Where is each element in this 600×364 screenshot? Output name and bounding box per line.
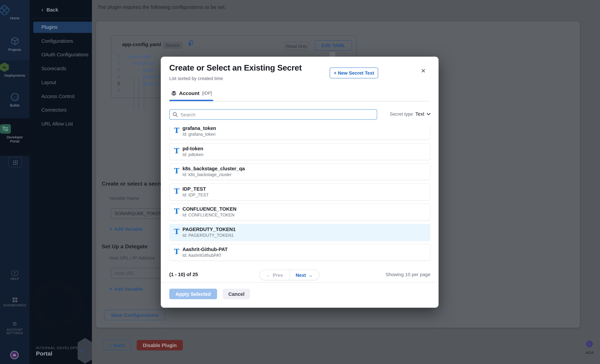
collapse-icon: ◀ [80,349,82,353]
line-number: 6 [111,87,120,94]
rail-label: Projects [0,47,29,52]
sidebar-item-projects[interactable]: Projects [0,37,29,52]
sidebar-item-url-allow-list[interactable]: URL Allow List [29,118,92,130]
sidebar-item-builds[interactable]: Builds [0,93,29,107]
help-icon: ? [11,271,18,276]
sidebar-item-dashboards[interactable]: DASHBOARDS [0,297,29,307]
layers-icon [171,91,176,96]
chevron-down-icon [427,113,431,115]
aida-flower-icon [585,340,594,348]
secret-text-icon: T [174,207,179,215]
avatar[interactable]: IA [10,351,19,359]
sidebar-item-help[interactable]: ? HELP [0,271,29,280]
secret-text-icon: T [174,228,179,236]
edit-yaml-button[interactable]: Edit YAML [315,40,352,51]
add-variable-link[interactable]: +Add Variable [109,226,143,232]
sidebar-item-deployments[interactable]: ∞ Deployments [0,62,29,77]
secret-type-dropdown[interactable]: Secret type Text [390,111,431,117]
footer-divider [161,282,439,283]
tab-label: Account [179,90,199,96]
list-item[interactable]: T CONFLUENCE_TOKEN Id: CONFLUENCE_TOKEN [169,204,431,221]
builds-icon [11,93,19,101]
sidebar-item-account-settings[interactable]: ⚙ ACCOUNT SETTINGS [0,321,29,335]
rail-label: HELP [0,277,29,280]
app-window: Home Projects ∞ Deployments Builds [0,0,600,364]
secret-name: k8s_backstage_cluster_qa [182,166,245,171]
secret-id: Id: pdtoken [182,152,204,157]
sidebar-item-home[interactable]: Home [0,6,29,20]
list-item[interactable]: T k8s_backstage_cluster_qa Id: k8s_backs… [169,163,431,180]
secret-text-icon: T [174,127,179,135]
developer-portal-icon [0,124,11,134]
sidebar-item-access-control[interactable]: Access Control [29,91,92,102]
rail-label: Portal [0,139,29,143]
sidebar-item-scorecards[interactable]: Scorecards [29,63,92,74]
next-page-button[interactable]: Next → [290,270,319,280]
sidebar-item-plugins[interactable]: Plugins [33,22,92,33]
secret-name: CONFLUENCE_TOKEN [182,206,237,212]
plus-icon: + [109,226,112,232]
home-icon [0,4,11,17]
code-line: - name: [127,67,156,74]
gear-icon: ⚙ [12,321,17,327]
rail-label: ACCOUNT [0,328,29,331]
line-number: 2 [111,60,120,67]
dialog-title: Create or Select an Existing Secret [169,63,302,73]
list-item-selected[interactable]: T PAGERDUTY_TOKEN1 Id: PAGERDUTY_TOKEN1 [169,224,431,241]
close-icon[interactable]: × [419,67,427,75]
list-item[interactable]: T IDP_TEST Id: IDP_TEST [169,184,431,200]
cancel-button[interactable]: Cancel [223,289,250,299]
search-icon [173,112,178,117]
deployments-icon: ∞ [0,62,9,72]
editor-scrollbar[interactable] [330,52,336,57]
plus-icon: + [109,286,112,292]
sidebar-item-configurations[interactable]: Configurations [29,36,92,47]
sidebar-item-developer-portal[interactable]: Developer Portal [0,124,29,143]
secret-type-label: Secret type [390,112,413,117]
indent-guide [134,77,134,110]
nav-collapse-button[interactable]: ◀ [78,338,92,364]
aida-assistant[interactable]: AIDA [582,340,597,355]
sidebar-item-layout[interactable]: Layout [29,77,92,88]
list-item[interactable]: T Aashrit-Github-PAT Id: AashritGithubPA… [169,244,431,261]
sidebar-item-connectors[interactable]: Connectors [29,104,92,116]
plugin-settings-nav: ‹Back Plugins Configurations OAuth Confi… [29,0,92,364]
list-item[interactable]: T pd-token Id: pdtoken [169,143,431,160]
secret-text-icon: T [174,167,179,175]
prev-page-button[interactable]: ← Prev [260,270,290,280]
search-box [169,109,377,120]
back-nav-button[interactable]: ‹Back [41,6,58,13]
nav-footer-title: Portal [36,350,52,357]
secret-name: PAGERDUTY_TOKEN1 [182,227,235,232]
back-button[interactable]: ‹Back [103,340,131,350]
secret-name: Aashrit-Github-PAT [182,247,228,252]
sidebar-item-oauth-configurations[interactable]: OAuth Configurations [29,49,92,60]
arrow-left-icon: ← [266,272,271,278]
save-configurations-button[interactable]: Save Configurations [104,310,166,320]
apply-selected-button[interactable]: Apply Selected [169,289,217,299]
add-variable-link[interactable]: +Add Variable [109,286,143,292]
tab-account-idp[interactable]: Account [IDP] [171,90,212,96]
divider [29,18,92,18]
cube-icon [10,37,19,46]
page-size-indicator: Showing 10 per page [385,272,431,277]
rail-label: Deployments [0,73,29,77]
secret-picker-dialog: Create or Select an Existing Secret List… [161,57,439,308]
secret-text-icon: T [174,147,179,155]
module-picker-button[interactable] [8,157,22,167]
secret-list: T grafana_token Id: grafana_token T pd-t… [169,126,431,265]
copy-icon[interactable] [188,40,193,46]
search-input[interactable] [180,110,375,119]
code-line: instances: [127,60,158,67]
rail-label: Developer [0,135,29,139]
secret-section-heading: Create or select a secret t [102,181,168,187]
line-number: 3 [111,67,120,74]
new-secret-text-button[interactable]: + New Secret Text [330,67,378,78]
pagination-range: (1 - 10) of 25 [169,272,198,277]
dialog-subtitle: List sorted by created time [169,76,223,81]
read-only-button[interactable]: Read Only [285,42,309,51]
file-name: app-config.yaml [122,41,161,47]
disable-plugin-button[interactable]: Disable Plugin [137,340,183,350]
list-item[interactable]: T grafana_token Id: grafana_token [169,126,431,140]
secret-text-icon: T [174,248,179,256]
